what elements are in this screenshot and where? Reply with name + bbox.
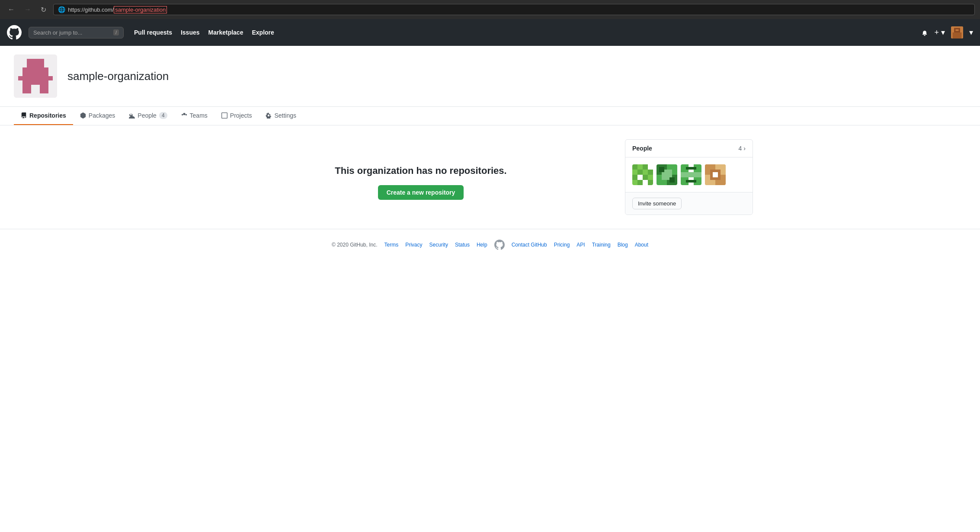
svg-rect-4 bbox=[957, 29, 959, 31]
people-count-link[interactable]: 4 › bbox=[739, 145, 746, 152]
people-badge: 4 bbox=[159, 112, 167, 119]
people-card-header: People 4 › bbox=[625, 140, 753, 157]
people-icon bbox=[129, 112, 135, 119]
globe-icon: 🌐 bbox=[58, 6, 65, 13]
browser-chrome: ← → ↻ 🌐 https://github.com/sample-organi… bbox=[0, 0, 980, 19]
tab-packages[interactable]: Packages bbox=[73, 107, 122, 125]
repo-icon bbox=[21, 112, 27, 119]
new-button[interactable]: + ▾ bbox=[934, 28, 945, 37]
bell-icon bbox=[921, 29, 928, 36]
teams-icon bbox=[181, 112, 187, 119]
nav-marketplace[interactable]: Marketplace bbox=[208, 29, 243, 36]
svg-rect-16 bbox=[648, 164, 653, 170]
github-nav: Search or jump to... / Pull requests Iss… bbox=[0, 19, 980, 46]
svg-rect-20 bbox=[648, 170, 653, 175]
svg-rect-28 bbox=[648, 180, 653, 185]
nav-right: + ▾ ▾ bbox=[921, 26, 973, 38]
svg-rect-8 bbox=[18, 76, 53, 80]
svg-rect-36 bbox=[669, 177, 675, 183]
people-card-title: People bbox=[632, 145, 652, 152]
chevron-right-icon: › bbox=[743, 145, 746, 152]
member-avatar-3[interactable] bbox=[681, 164, 701, 185]
footer-link-blog[interactable]: Blog bbox=[618, 242, 628, 248]
invite-someone-button[interactable]: Invite someone bbox=[632, 198, 682, 209]
svg-rect-53 bbox=[713, 172, 718, 177]
address-bar[interactable]: 🌐 https://github.com/sample-organization bbox=[53, 4, 975, 15]
footer-link-status[interactable]: Status bbox=[455, 242, 470, 248]
nav-explore[interactable]: Explore bbox=[252, 29, 274, 36]
svg-rect-18 bbox=[637, 170, 643, 175]
footer-copyright: © 2020 GitHub, Inc. bbox=[332, 242, 378, 248]
svg-rect-17 bbox=[632, 170, 637, 175]
svg-rect-19 bbox=[643, 170, 648, 175]
forward-button[interactable]: → bbox=[22, 4, 34, 15]
footer-github-logo bbox=[494, 240, 505, 250]
notifications-button[interactable] bbox=[921, 29, 928, 36]
footer-link-security[interactable]: Security bbox=[429, 242, 448, 248]
svg-rect-22 bbox=[637, 175, 643, 180]
svg-rect-24 bbox=[648, 175, 653, 180]
svg-rect-2 bbox=[953, 32, 962, 38]
main-column: This organization has no repositories. C… bbox=[227, 139, 615, 215]
tab-people[interactable]: People 4 bbox=[122, 107, 174, 125]
tab-projects[interactable]: Projects bbox=[215, 107, 259, 125]
footer-link-privacy[interactable]: Privacy bbox=[405, 242, 422, 248]
nav-issues[interactable]: Issues bbox=[181, 29, 200, 36]
empty-state-message: This organization has no repositories. bbox=[335, 165, 506, 176]
svg-rect-7 bbox=[22, 67, 48, 76]
member-avatar-4[interactable] bbox=[705, 164, 726, 185]
tab-settings[interactable]: Settings bbox=[259, 107, 303, 125]
footer-link-api[interactable]: API bbox=[576, 242, 585, 248]
people-count: 4 bbox=[739, 145, 742, 152]
projects-icon bbox=[221, 112, 227, 119]
svg-rect-46 bbox=[686, 180, 696, 183]
org-name: sample-organization bbox=[67, 70, 169, 83]
nav-links: Pull requests Issues Marketplace Explore bbox=[134, 29, 274, 36]
footer-link-help[interactable]: Help bbox=[477, 242, 487, 248]
svg-rect-6 bbox=[27, 59, 44, 67]
svg-rect-25 bbox=[632, 180, 637, 185]
nav-pull-requests[interactable]: Pull requests bbox=[134, 29, 172, 36]
svg-rect-26 bbox=[637, 180, 643, 185]
member-avatar-2[interactable] bbox=[657, 164, 677, 185]
site-footer: © 2020 GitHub, Inc. Terms Privacy Securi… bbox=[0, 229, 980, 260]
slash-badge: / bbox=[113, 29, 119, 35]
svg-rect-21 bbox=[632, 175, 637, 180]
svg-rect-15 bbox=[643, 164, 648, 170]
body-layout: This organization has no repositories. C… bbox=[213, 125, 767, 229]
svg-rect-13 bbox=[632, 164, 637, 170]
footer-link-about[interactable]: About bbox=[635, 242, 648, 248]
member-avatar-1[interactable] bbox=[632, 164, 653, 185]
footer-link-training[interactable]: Training bbox=[592, 242, 611, 248]
tab-repositories[interactable]: Repositories bbox=[14, 107, 73, 125]
footer-link-contact[interactable]: Contact GitHub bbox=[512, 242, 547, 248]
user-menu-button[interactable]: ▾ bbox=[969, 28, 973, 37]
reload-button[interactable]: ↻ bbox=[38, 4, 49, 16]
org-tabs: Repositories Packages People 4 Teams Pro… bbox=[0, 107, 980, 125]
github-logo[interactable] bbox=[7, 25, 22, 40]
url-highlight: sample-organization bbox=[114, 6, 167, 13]
search-box[interactable]: Search or jump to... / bbox=[29, 27, 124, 38]
people-card-footer: Invite someone bbox=[625, 192, 753, 215]
people-avatars bbox=[625, 157, 753, 192]
org-avatar-image bbox=[14, 54, 57, 98]
org-header: sample-organization bbox=[0, 46, 980, 107]
sidebar-column: People 4 › bbox=[625, 139, 753, 215]
user-avatar-button[interactable] bbox=[951, 26, 963, 38]
tab-teams[interactable]: Teams bbox=[174, 107, 215, 125]
org-avatar bbox=[14, 54, 57, 98]
svg-rect-11 bbox=[27, 80, 44, 85]
svg-rect-27 bbox=[643, 180, 648, 185]
footer-link-terms[interactable]: Terms bbox=[384, 242, 399, 248]
footer-link-pricing[interactable]: Pricing bbox=[554, 242, 570, 248]
svg-rect-41 bbox=[681, 172, 701, 177]
svg-rect-14 bbox=[637, 164, 643, 170]
people-card: People 4 › bbox=[625, 139, 753, 215]
url-text: https://github.com/sample-organization bbox=[68, 6, 167, 13]
package-icon bbox=[80, 112, 86, 119]
create-repo-button[interactable]: Create a new repository bbox=[378, 185, 464, 200]
svg-rect-45 bbox=[686, 167, 696, 170]
user-avatar-icon bbox=[951, 26, 963, 38]
back-button[interactable]: ← bbox=[5, 4, 17, 15]
svg-rect-23 bbox=[643, 175, 648, 180]
